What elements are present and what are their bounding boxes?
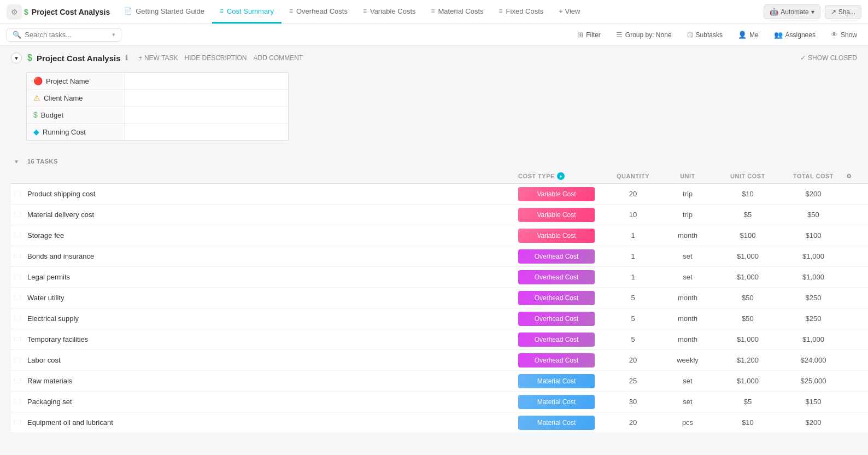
cost-type-cell[interactable]: Variable Cost — [518, 187, 606, 201]
cost-type-badge[interactable]: Material Cost — [518, 395, 595, 409]
me-button[interactable]: 👤 Me — [734, 29, 763, 40]
cost-type-cell[interactable]: Material Cost — [518, 416, 606, 430]
cost-type-cell[interactable]: Overhead Cost — [518, 312, 606, 326]
task-name[interactable]: Legal permits — [24, 273, 518, 281]
tab-list-icon-4: ≡ — [431, 7, 435, 15]
task-name[interactable]: Material delivery cost — [24, 211, 518, 219]
task-name[interactable]: Raw materials — [24, 377, 518, 385]
automate-button[interactable]: 🤖 Automate ▾ — [764, 4, 820, 19]
cost-type-cell[interactable]: Variable Cost — [518, 229, 606, 243]
assignees-button[interactable]: 👥 Assignees — [770, 29, 820, 40]
group-by-button[interactable]: ☰ Group by: None — [612, 29, 676, 40]
desc-row-running-cost: ◆ Running Cost — [27, 124, 288, 140]
show-label: Show — [841, 31, 857, 39]
drag-handle[interactable]: ⋮⋮ — [11, 315, 24, 322]
subtasks-button[interactable]: ⊡ Subtasks — [683, 29, 727, 40]
total-cost-cell: $1,000 — [781, 273, 846, 281]
cost-type-badge[interactable]: Overhead Cost — [518, 312, 595, 326]
task-name[interactable]: Electrical supply — [24, 314, 518, 323]
cost-type-cell[interactable]: Variable Cost — [518, 208, 606, 222]
search-box[interactable]: 🔍 ▾ — [7, 28, 121, 42]
unit-cost-cell: $1,000 — [715, 377, 781, 385]
project-name-label: Project Name — [46, 77, 89, 85]
cost-type-cell[interactable]: Overhead Cost — [518, 332, 606, 347]
cost-type-cell[interactable]: Overhead Cost — [518, 249, 606, 264]
tasks-collapse-button[interactable]: ▼ — [11, 156, 22, 167]
show-button[interactable]: 👁 Show — [826, 29, 861, 40]
desc-value-running-cost[interactable] — [125, 124, 288, 140]
quantity-cell: 5 — [606, 335, 660, 343]
unit-cell: month — [660, 335, 715, 343]
tab-getting-started[interactable]: 📄 Getting Started Guide — [116, 0, 212, 24]
drag-handle[interactable]: ⋮⋮ — [11, 377, 24, 384]
cost-type-cell[interactable]: Material Cost — [518, 395, 606, 409]
hide-description-button[interactable]: HIDE DESCRIPTION — [184, 54, 247, 62]
desc-value-client-name[interactable] — [125, 90, 288, 106]
cost-type-cell[interactable]: Overhead Cost — [518, 270, 606, 284]
drag-handle[interactable]: ⋮⋮ — [11, 294, 24, 301]
task-name[interactable]: Temporary facilities — [24, 335, 518, 343]
app-icon[interactable]: ⚙ — [7, 4, 22, 20]
info-icon[interactable]: ℹ — [125, 54, 128, 62]
cost-type-cell[interactable]: Overhead Cost — [518, 353, 606, 368]
search-input[interactable] — [25, 31, 109, 39]
toolbar: 🔍 ▾ ⊞ Filter ☰ Group by: None ⊡ Subtasks… — [0, 24, 868, 46]
drag-handle[interactable]: ⋮⋮ — [11, 398, 24, 405]
project-title: Project Cost Analysis — [37, 54, 121, 63]
new-task-button[interactable]: + NEW TASK — [139, 54, 178, 62]
tab-add-view[interactable]: + View — [551, 0, 588, 24]
drag-handle[interactable]: ⋮⋮ — [11, 336, 24, 343]
cost-type-badge[interactable]: Overhead Cost — [518, 270, 595, 284]
tab-cost-summary[interactable]: ≡ Cost Summary — [212, 0, 281, 24]
drag-handle[interactable]: ⋮⋮ — [11, 357, 24, 364]
drag-handle[interactable]: ⋮⋮ — [11, 190, 24, 197]
quantity-cell: 20 — [606, 418, 660, 427]
cost-type-badge[interactable]: Overhead Cost — [518, 353, 595, 368]
tab-overhead-costs[interactable]: ≡ Overhead Costs — [281, 0, 355, 24]
drag-handle[interactable]: ⋮⋮ — [11, 273, 24, 281]
col-header-unit: UNIT — [660, 173, 715, 179]
desc-value-project-name[interactable] — [125, 73, 288, 89]
cost-type-badge[interactable]: Material Cost — [518, 416, 595, 430]
filter-button[interactable]: ⊞ Filter — [573, 29, 605, 40]
cost-type-cell[interactable]: Material Cost — [518, 374, 606, 388]
cost-type-badge[interactable]: Variable Cost — [518, 229, 595, 243]
col-header-settings[interactable]: ⚙ — [846, 173, 868, 180]
tab-fixed-costs[interactable]: ≡ Fixed Costs — [491, 0, 552, 24]
col-header-cost-type[interactable]: COST TYPE ● — [518, 172, 606, 180]
show-closed-button[interactable]: ✓ SHOW CLOSED — [800, 54, 868, 62]
drag-handle[interactable]: ⋮⋮ — [11, 211, 24, 218]
task-name[interactable]: Water utility — [24, 294, 518, 302]
cost-type-badge[interactable]: Material Cost — [518, 374, 595, 388]
cost-type-cell[interactable]: Overhead Cost — [518, 291, 606, 305]
cost-type-badge[interactable]: Overhead Cost — [518, 332, 595, 347]
tab-doc-icon: 📄 — [124, 7, 132, 15]
header-actions: + NEW TASK HIDE DESCRIPTION ADD COMMENT — [139, 54, 303, 62]
task-name[interactable]: Equipment oil and lubricant — [24, 418, 518, 427]
desc-label-running-cost: ◆ Running Cost — [27, 124, 125, 140]
task-name[interactable]: Packaging set — [24, 398, 518, 406]
share-button[interactable]: ↗ Sha... — [825, 5, 861, 19]
unit-cell: weekly — [660, 356, 715, 364]
drag-handle[interactable]: ⋮⋮ — [11, 253, 24, 260]
tab-material-costs[interactable]: ≡ Material Costs — [424, 0, 491, 24]
task-name[interactable]: Storage fee — [24, 231, 518, 240]
cost-type-badge[interactable]: Variable Cost — [518, 187, 595, 201]
task-name[interactable]: Product shipping cost — [24, 190, 518, 198]
subtasks-icon: ⊡ — [687, 31, 693, 39]
task-name[interactable]: Labor cost — [24, 356, 518, 364]
cost-type-badge[interactable]: Overhead Cost — [518, 249, 595, 264]
collapse-button[interactable]: ▼ — [11, 52, 22, 63]
unit-cell: trip — [660, 211, 715, 219]
drag-handle[interactable]: ⋮⋮ — [11, 232, 24, 239]
desc-value-budget[interactable] — [125, 107, 288, 123]
cost-type-badge[interactable]: Overhead Cost — [518, 291, 595, 305]
total-cost-cell: $1,000 — [781, 335, 846, 343]
tab-variable-costs[interactable]: ≡ Variable Costs — [355, 0, 424, 24]
task-name[interactable]: Bonds and insurance — [24, 252, 518, 260]
table-row: ⋮⋮ Raw materials Material Cost 25 set $1… — [11, 371, 868, 392]
cost-type-badge[interactable]: Variable Cost — [518, 208, 595, 222]
add-comment-button[interactable]: ADD COMMENT — [254, 54, 303, 62]
drag-handle[interactable]: ⋮⋮ — [11, 419, 24, 426]
search-chevron-icon: ▾ — [112, 31, 115, 38]
